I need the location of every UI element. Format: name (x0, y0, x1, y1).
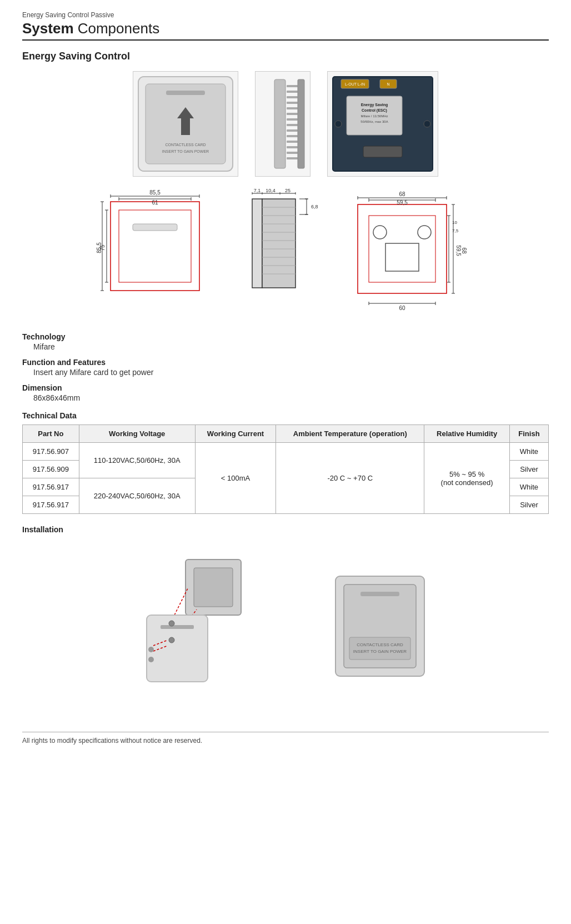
svg-rect-10 (287, 102, 298, 104)
svg-rect-11 (287, 107, 298, 109)
svg-rect-123 (349, 637, 410, 660)
dimension-block: Dimension 86x86x46mm (22, 383, 549, 402)
svg-rect-2 (166, 91, 205, 95)
installation-block: Installation (22, 525, 549, 710)
installation-images: CONTACTLESS CARD INSERT TO GAIN POWER (22, 543, 549, 710)
cell-temp: -20 C ~ +70 C (276, 443, 424, 514)
cell-finish: Silver (509, 496, 548, 514)
svg-text:6,8: 6,8 (311, 204, 318, 209)
svg-rect-16 (287, 135, 298, 137)
front-view-svg: CONTACTLESS CARD INSERT TO GAIN POWER (136, 74, 236, 174)
technology-label: Technology (22, 332, 549, 341)
svg-text:68: 68 (399, 191, 405, 197)
svg-text:50/60Hz, max 30A: 50/60Hz, max 30A (360, 120, 388, 123)
table-row: 917.56.907110-120VAC,50/60Hz, 30A< 100mA… (23, 443, 549, 461)
cell-humidity: 5% ~ 95 %(not condensed) (424, 443, 510, 514)
product-image-back: L-OUT L-IN N Energy Saving Control (ESC)… (327, 71, 438, 177)
cell-partno: 917.56.917 (23, 496, 79, 514)
cell-partno: 917.56.907 (23, 443, 79, 461)
svg-rect-109 (194, 568, 233, 607)
svg-text:INSERT TO GAIN POWER: INSERT TO GAIN POWER (162, 149, 209, 153)
col-header-temp: Ambient Temperature (operation) (276, 425, 424, 443)
svg-text:60: 60 (399, 305, 405, 311)
svg-text:N: N (387, 82, 389, 86)
svg-rect-85 (385, 243, 419, 271)
side-view-svg (258, 74, 308, 174)
tech-data-block: Technical Data Part No Working Voltage W… (22, 411, 549, 514)
svg-rect-34 (363, 146, 402, 157)
cell-partno: 917.56.917 (23, 478, 79, 496)
svg-text:61: 61 (152, 199, 158, 206)
svg-rect-12 (287, 113, 298, 115)
svg-text:10: 10 (452, 220, 457, 225)
svg-rect-7 (287, 85, 298, 87)
product-image-side (255, 71, 310, 177)
svg-rect-21 (298, 79, 304, 168)
dimension-label: Dimension (22, 383, 549, 392)
svg-text:10,4: 10,4 (266, 188, 276, 193)
svg-rect-35 (111, 202, 199, 291)
col-header-humidity: Relative Humidity (424, 425, 510, 443)
cell-voltage: 110-120VAC,50/60Hz, 30A (79, 443, 195, 478)
section-title: Energy Saving Control (22, 51, 549, 62)
svg-rect-17 (287, 141, 298, 143)
col-header-current: Working Current (195, 425, 276, 443)
svg-point-115 (169, 637, 174, 643)
back-dim-diagram: 68 59,5 60 68 59,5 10 7,5 (341, 188, 474, 316)
svg-text:CONTACTLESS CARD: CONTACTLESS CARD (166, 143, 206, 147)
svg-rect-18 (287, 146, 298, 148)
col-header-partno: Part No (23, 425, 79, 443)
svg-point-114 (169, 621, 174, 626)
function-block: Function and Features Insert any Mifare … (22, 358, 549, 377)
svg-point-84 (418, 226, 431, 239)
front-dim-diagram: 85,5 61 85,5 75 (97, 188, 219, 304)
side-dim-diagram: 7,1 10,4 25 6,8 (236, 188, 324, 304)
svg-text:Energy Saving: Energy Saving (361, 103, 388, 107)
svg-point-33 (424, 121, 430, 127)
svg-rect-6 (274, 79, 286, 168)
tech-data-table: Part No Working Voltage Working Current … (22, 424, 549, 514)
svg-point-83 (373, 226, 387, 239)
svg-text:75: 75 (99, 244, 106, 251)
product-images-row: CONTACTLESS CARD INSERT TO GAIN POWER (22, 71, 549, 177)
svg-rect-13 (287, 118, 298, 121)
col-header-finish: Finish (509, 425, 548, 443)
svg-rect-36 (119, 210, 191, 282)
svg-rect-113 (161, 625, 194, 629)
svg-rect-55 (262, 199, 295, 288)
technology-block: Technology Mifare (22, 332, 549, 351)
svg-rect-81 (358, 204, 447, 293)
svg-text:7,1: 7,1 (254, 188, 261, 193)
page-title: System Components (22, 20, 549, 41)
svg-text:Control (ESC): Control (ESC) (362, 108, 387, 113)
function-value: Insert any Mifare card to get power (22, 368, 549, 377)
page-subtitle: Energy Saving Control Passive (22, 11, 549, 19)
svg-text:Mifare / 13.56MHz: Mifare / 13.56MHz (360, 114, 388, 118)
footer-text: All rights to modify specifications with… (22, 737, 202, 745)
svg-rect-8 (287, 91, 298, 93)
svg-rect-19 (287, 152, 298, 154)
cell-finish: White (509, 443, 548, 461)
svg-text:25: 25 (285, 188, 290, 193)
tech-data-label: Technical Data (22, 411, 549, 420)
specs-section: Technology Mifare Function and Features … (22, 332, 549, 402)
diagrams-row: 85,5 61 85,5 75 7,1 (22, 188, 549, 316)
svg-text:59,5: 59,5 (397, 199, 408, 206)
svg-rect-9 (287, 96, 298, 98)
svg-text:CONTACTLESS CARD: CONTACTLESS CARD (357, 642, 403, 647)
cell-partno: 917.56.909 (23, 461, 79, 478)
back-view-svg: L-OUT L-IN N Energy Saving Control (ESC)… (330, 74, 435, 174)
function-label: Function and Features (22, 358, 549, 367)
svg-rect-37 (133, 224, 177, 231)
svg-rect-54 (252, 199, 262, 288)
installation-label: Installation (22, 525, 549, 534)
cell-voltage: 220-240VAC,50/60Hz, 30A (79, 478, 195, 514)
svg-point-119 (148, 657, 154, 662)
svg-rect-20 (287, 157, 298, 159)
cell-finish: Silver (509, 461, 548, 478)
svg-rect-15 (287, 129, 298, 132)
svg-text:L-OUT  L-IN: L-OUT L-IN (345, 82, 365, 86)
svg-text:59,5: 59,5 (455, 245, 462, 256)
svg-text:INSERT TO GAIN POWER: INSERT TO GAIN POWER (353, 649, 407, 654)
col-header-voltage: Working Voltage (79, 425, 195, 443)
